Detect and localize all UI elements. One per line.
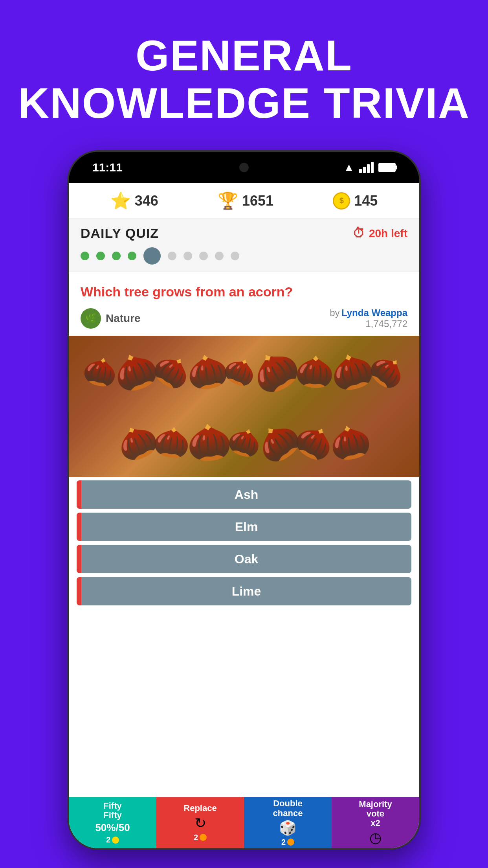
answers-area: Ash Elm Oak Lime <box>69 477 419 612</box>
fifty-fifty-icon: 50%/50 <box>95 822 130 834</box>
double-chance-icon: 🎲 <box>279 820 297 836</box>
question-meta: 🌿 Nature by Lynda Weappa 1,745,772 <box>81 307 407 329</box>
fifty-fifty-cost: 2 <box>106 835 119 844</box>
answer-text-elm: Elm <box>81 520 411 534</box>
dot-10 <box>231 252 239 260</box>
status-time: 11:11 <box>92 161 123 174</box>
answer-text-lime: Lime <box>81 584 411 599</box>
category-icon: 🌿 <box>81 308 101 329</box>
double-chance-cost: 2 <box>281 838 294 847</box>
trophy-icon: 🏆 <box>218 191 238 210</box>
dot-7 <box>183 252 192 260</box>
dot-1 <box>81 252 89 260</box>
trophy-stat: 🏆 1651 <box>218 191 273 210</box>
wifi-icon: ▲ <box>343 161 354 174</box>
answer-option-oak[interactable]: Oak <box>77 545 411 573</box>
battery-icon <box>378 163 396 172</box>
lifelines-bar: FiftyFifty 50%/50 2 Replace ↻ 2 Doublech… <box>69 797 419 848</box>
lifeline-majority-vote[interactable]: Majorityvotex2 ◷ <box>332 797 419 848</box>
coins-value: 145 <box>354 193 378 209</box>
progress-dots <box>81 247 407 272</box>
timer-value: 20h left <box>369 227 407 240</box>
coin-icon: $ <box>333 192 350 210</box>
lifeline-replace[interactable]: Replace ↻ 2 <box>156 797 244 848</box>
author-name: Lynda Weappa <box>341 307 407 318</box>
stars-value: 346 <box>135 193 158 209</box>
replace-cost: 2 <box>194 833 207 842</box>
category-name: Nature <box>106 312 141 325</box>
dot-3 <box>112 252 121 260</box>
phone-screen: ⭐ 346 🏆 1651 $ 145 DAILY QUIZ ⏱ 20h left <box>69 183 419 848</box>
trophy-value: 1651 <box>242 193 273 209</box>
author-by: by <box>330 307 339 318</box>
dot-6 <box>168 252 176 260</box>
page-title: GENERAL KNOWLEDGE TRIVIA <box>18 31 470 127</box>
answer-left-bar <box>77 513 81 541</box>
answer-option-lime[interactable]: Lime <box>77 577 411 605</box>
replace-label: Replace <box>183 804 216 813</box>
dot-5-current <box>143 247 161 265</box>
timer-badge: ⏱ 20h left <box>352 226 407 241</box>
star-icon: ⭐ <box>110 191 131 210</box>
answer-option-elm[interactable]: Elm <box>77 513 411 541</box>
majority-vote-icon: ◷ <box>369 829 382 846</box>
signal-icon <box>359 162 374 173</box>
dot-8 <box>199 252 208 260</box>
status-bar: 11:11 ▲ <box>69 152 419 183</box>
answer-text-oak: Oak <box>81 552 411 566</box>
lifeline-fifty-fifty[interactable]: FiftyFifty 50%/50 2 <box>69 797 156 848</box>
daily-quiz-title: DAILY QUIZ <box>81 226 159 241</box>
dot-4 <box>128 252 136 260</box>
coins-stat: $ 145 <box>333 192 378 210</box>
lifeline-double-chance[interactable]: Doublechance 🎲 2 <box>244 797 332 848</box>
timer-icon: ⏱ <box>352 226 365 241</box>
dot-2 <box>96 252 105 260</box>
question-image: 🌰 🌰 🌰 🌰 🌰 🌰 🌰 🌰 🌰 🌰 🌰 🌰 🌰 🌰 🌰 🌰 <box>69 336 419 477</box>
question-area: Which tree grows from an acorn? 🌿 Nature… <box>69 272 419 336</box>
daily-quiz-header: DAILY QUIZ ⏱ 20h left <box>69 219 419 272</box>
category-badge: 🌿 Nature <box>81 308 141 329</box>
double-chance-label: Doublechance <box>273 799 303 818</box>
replace-icon: ↻ <box>194 815 206 831</box>
question-text: Which tree grows from an acorn? <box>81 283 407 300</box>
majority-vote-label: Majorityvotex2 <box>359 800 392 828</box>
author-count: 1,745,772 <box>330 318 407 329</box>
answer-left-bar <box>77 480 81 509</box>
phone-device: 11:11 ▲ ⭐ 346 🏆 1651 <box>67 150 421 850</box>
answer-left-bar <box>77 545 81 573</box>
stats-bar: ⭐ 346 🏆 1651 $ 145 <box>69 183 419 219</box>
fifty-fifty-label: FiftyFifty <box>103 801 121 820</box>
answer-left-bar <box>77 577 81 605</box>
answer-option-ash[interactable]: Ash <box>77 480 411 509</box>
camera-notch <box>239 163 249 172</box>
answer-text-ash: Ash <box>81 487 411 502</box>
dot-9 <box>215 252 224 260</box>
status-icons: ▲ <box>343 161 396 174</box>
author-info: by Lynda Weappa 1,745,772 <box>330 307 407 329</box>
stars-stat: ⭐ 346 <box>110 191 158 210</box>
